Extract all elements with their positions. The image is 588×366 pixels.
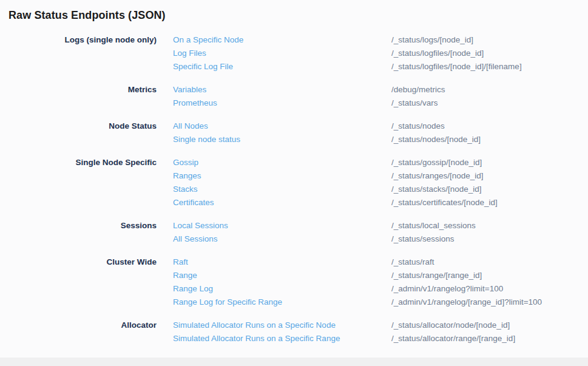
endpoint-row: Simulated Allocator Runs on a Specific R… (173, 332, 588, 345)
endpoint-row: On a Specific Node /_status/logs/[node_i… (173, 33, 588, 47)
endpoint-path: /_status/raft (391, 256, 434, 269)
endpoint-link[interactable]: Single node status (173, 133, 391, 146)
endpoint-rows: Gossip /_status/gossip/[node_id] Ranges … (173, 156, 588, 209)
category-label: Cluster Wide (0, 256, 157, 269)
endpoint-rows: Local Sessions /_status/local_sessions A… (173, 219, 588, 246)
endpoint-link[interactable]: Range Log (173, 282, 391, 296)
endpoint-path: /_status/logfiles/[node_id]/[filename] (391, 60, 522, 73)
endpoint-table: Logs (single node only) On a Specific No… (0, 33, 588, 345)
endpoint-link[interactable]: Gossip (173, 156, 391, 169)
endpoint-row: Specific Log File /_status/logfiles/[nod… (173, 60, 588, 73)
endpoint-group: Sessions Local Sessions /_status/local_s… (0, 219, 588, 246)
category-label: Allocator (0, 319, 157, 332)
endpoint-row: Ranges /_status/ranges/[node_id] (173, 169, 588, 183)
endpoint-row: Log Files /_status/logfiles/[node_id] (173, 47, 588, 60)
category-label: Node Status (0, 120, 157, 133)
endpoint-group: Logs (single node only) On a Specific No… (0, 33, 588, 73)
endpoint-path: /_status/stacks/[node_id] (391, 183, 482, 196)
endpoint-row: Local Sessions /_status/local_sessions (173, 219, 588, 232)
endpoint-path: /_status/vars (391, 97, 438, 110)
endpoint-link[interactable]: Specific Log File (173, 60, 391, 73)
endpoint-path: /_status/logs/[node_id] (391, 33, 473, 47)
endpoint-path: /debug/metrics (391, 83, 445, 97)
endpoint-link[interactable]: All Nodes (173, 120, 391, 133)
endpoint-rows: Simulated Allocator Runs on a Specific N… (173, 319, 588, 345)
endpoint-group: Cluster Wide Raft /_status/raft Range /_… (0, 256, 588, 309)
endpoint-row: All Sessions /_status/sessions (173, 232, 588, 246)
endpoint-group: Single Node Specific Gossip /_status/gos… (0, 156, 588, 209)
endpoint-link[interactable]: Ranges (173, 169, 391, 183)
endpoint-path: /_status/certificates/[node_id] (391, 196, 498, 209)
endpoint-row: Single node status /_status/nodes/[node_… (173, 133, 588, 146)
endpoint-row: All Nodes /_status/nodes (173, 120, 588, 133)
endpoint-rows: Variables /debug/metrics Prometheus /_st… (173, 83, 588, 110)
endpoint-path: /_status/nodes/[node_id] (391, 133, 481, 146)
endpoint-path: /_admin/v1/rangelog/[range_id]?limit=100 (391, 296, 542, 309)
endpoint-row: Range /_status/range/[range_id] (173, 269, 588, 282)
category-label: Sessions (0, 219, 157, 232)
endpoint-path: /_status/local_sessions (391, 219, 476, 232)
endpoint-row: Range Log for Specific Range /_admin/v1/… (173, 296, 588, 309)
endpoint-link[interactable]: Local Sessions (173, 219, 391, 232)
endpoint-path: /_status/allocator/range/[range_id] (391, 332, 515, 345)
category-label: Logs (single node only) (0, 33, 157, 47)
endpoint-link[interactable]: Range Log for Specific Range (173, 296, 391, 309)
endpoint-row: Raft /_status/raft (173, 256, 588, 269)
endpoint-row: Variables /debug/metrics (173, 83, 588, 97)
endpoint-path: /_status/logfiles/[node_id] (391, 47, 484, 60)
endpoint-path: /_status/nodes (391, 120, 445, 133)
endpoint-row: Range Log /_admin/v1/rangelog?limit=100 (173, 282, 588, 296)
endpoint-row: Simulated Allocator Runs on a Specific N… (173, 319, 588, 332)
endpoint-link[interactable]: Simulated Allocator Runs on a Specific R… (173, 332, 391, 345)
endpoint-rows: Raft /_status/raft Range /_status/range/… (173, 256, 588, 309)
endpoint-link[interactable]: Raft (173, 256, 391, 269)
page-title: Raw Status Endpoints (JSON) (8, 8, 588, 22)
endpoint-link[interactable]: Prometheus (173, 97, 391, 110)
endpoint-link[interactable]: Log Files (173, 47, 391, 60)
category-label: Single Node Specific (0, 156, 157, 169)
endpoint-path: /_status/sessions (391, 232, 455, 246)
endpoint-path: /_status/ranges/[node_id] (391, 169, 484, 183)
endpoint-row: Certificates /_status/certificates/[node… (173, 196, 588, 209)
endpoint-rows: All Nodes /_status/nodes Single node sta… (173, 120, 588, 146)
endpoint-link[interactable]: On a Specific Node (173, 33, 391, 47)
endpoint-rows: On a Specific Node /_status/logs/[node_i… (173, 33, 588, 73)
endpoint-link[interactable]: Range (173, 269, 391, 282)
endpoint-group: Metrics Variables /debug/metrics Prometh… (0, 83, 588, 110)
endpoint-row: Prometheus /_status/vars (173, 97, 588, 110)
endpoint-link[interactable]: Stacks (173, 183, 391, 196)
endpoint-row: Stacks /_status/stacks/[node_id] (173, 183, 588, 196)
bottom-strip (0, 358, 588, 366)
endpoint-link[interactable]: Simulated Allocator Runs on a Specific N… (173, 319, 391, 332)
endpoint-link[interactable]: All Sessions (173, 232, 391, 246)
category-label: Metrics (0, 83, 157, 97)
endpoint-group: Allocator Simulated Allocator Runs on a … (0, 319, 588, 345)
endpoint-path: /_admin/v1/rangelog?limit=100 (391, 282, 503, 296)
endpoint-path: /_status/gossip/[node_id] (391, 156, 482, 169)
endpoint-link[interactable]: Variables (173, 83, 391, 97)
endpoint-path: /_status/range/[range_id] (391, 269, 482, 282)
endpoint-row: Gossip /_status/gossip/[node_id] (173, 156, 588, 169)
endpoint-group: Node Status All Nodes /_status/nodes Sin… (0, 120, 588, 146)
endpoint-link[interactable]: Certificates (173, 196, 391, 209)
endpoint-path: /_status/allocator/node/[node_id] (391, 319, 510, 332)
